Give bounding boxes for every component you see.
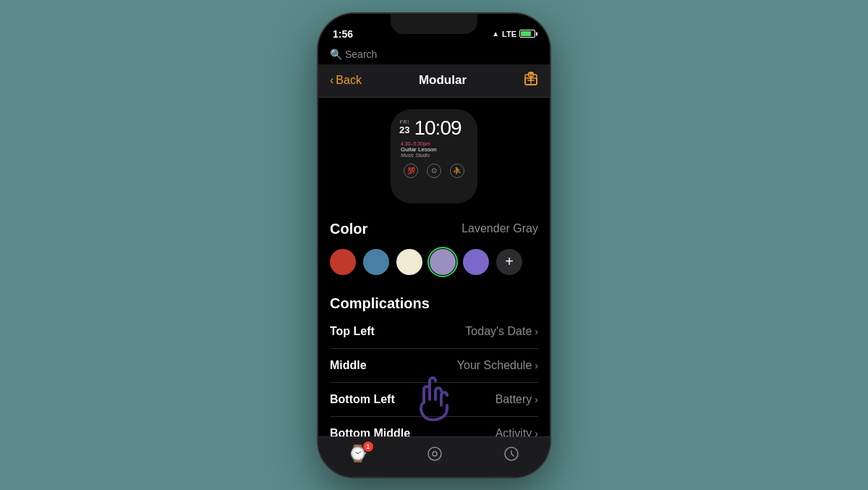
back-label: Back	[336, 74, 362, 87]
tab-discover[interactable]	[503, 445, 520, 462]
bottom-tab-bar: ⌚ 1	[318, 436, 550, 477]
complication-top-left-value: Today's Date ›	[465, 325, 538, 338]
status-time: 1:56	[333, 28, 353, 40]
complication-top-left[interactable]: Top Left Today's Date ›	[330, 315, 538, 349]
nav-title: Modular	[419, 73, 467, 88]
svg-point-2	[428, 447, 441, 460]
battery-icon	[519, 30, 535, 38]
complications-title: Complications	[330, 295, 538, 312]
phone-screen: 1:56 ▲ LTE 🔍 Search ‹ Back Modular	[318, 14, 550, 477]
watch-event-title: Guitar Lesson	[401, 146, 469, 153]
color-lavender-gray[interactable]	[430, 249, 456, 275]
svg-point-3	[433, 452, 437, 456]
watch-complications-row: 💯 ⊙ ⛹	[399, 164, 469, 178]
watch-face: FRI 23 10:09 4:30–5:30pm Guitar Lesson M…	[391, 109, 477, 203]
tab-badge: 1	[363, 442, 373, 452]
phone-device: 1:56 ▲ LTE 🔍 Search ‹ Back Modular	[318, 14, 550, 477]
search-bar[interactable]: 🔍 Search	[318, 46, 550, 64]
complication-bottom-left-label: Bottom Left	[330, 393, 395, 406]
color-purple[interactable]	[463, 249, 489, 275]
complication-middle-value: Your Schedule ›	[457, 359, 538, 372]
search-icon: 🔍	[330, 48, 342, 60]
complication-middle-label: Middle	[330, 359, 367, 372]
color-options: +	[330, 246, 538, 278]
complication-top-left-label: Top Left	[330, 325, 375, 338]
watch-time: 10:09	[414, 118, 461, 138]
color-red[interactable]	[330, 249, 356, 275]
color-section: Color Lavender Gray +	[318, 212, 550, 284]
chevron-icon: ›	[535, 394, 538, 405]
complication-top-left-text: Today's Date	[465, 325, 532, 338]
complication-bottom-left-value: Battery ›	[495, 393, 538, 406]
color-section-label: Color	[330, 221, 367, 237]
search-label: Search	[345, 48, 377, 60]
signal-icon: ▲	[492, 30, 499, 38]
watch-day-label: FRI	[400, 119, 409, 124]
color-cream[interactable]	[396, 249, 422, 275]
color-add-button[interactable]: +	[496, 249, 522, 275]
complication-middle-text: Your Schedule	[457, 359, 532, 372]
color-current-value: Lavender Gray	[461, 222, 538, 235]
complication-bottom-left-text: Battery	[495, 393, 532, 406]
watch-complication-people: ⛹	[450, 164, 464, 178]
back-chevron-icon: ‹	[330, 74, 333, 87]
phone-notch	[391, 14, 477, 34]
watch-event-subtitle: Music Studio	[401, 153, 469, 158]
lte-badge: LTE	[502, 30, 516, 38]
battery-fill	[521, 31, 531, 36]
watch-preview: FRI 23 10:09 4:30–5:30pm Guitar Lesson M…	[318, 98, 550, 212]
chevron-icon: ›	[535, 326, 538, 337]
status-right: ▲ LTE	[492, 30, 535, 38]
tab-browse[interactable]	[426, 445, 443, 462]
watch-day-number: 23	[399, 124, 409, 135]
plus-icon: +	[505, 253, 514, 270]
watch-complication-activity: 💯	[404, 164, 418, 178]
back-button[interactable]: ‹ Back	[330, 74, 362, 87]
watch-complication-rings: ⊙	[427, 164, 441, 178]
tab-my-watch[interactable]: ⌚ 1	[348, 444, 367, 463]
watch-event-time: 4:30–5:30pm	[401, 141, 469, 146]
cursor-hand-icon	[412, 375, 456, 434]
chevron-icon: ›	[535, 360, 538, 371]
share-button[interactable]	[524, 72, 538, 90]
color-steel-blue[interactable]	[363, 249, 389, 275]
nav-bar: ‹ Back Modular	[318, 64, 550, 98]
